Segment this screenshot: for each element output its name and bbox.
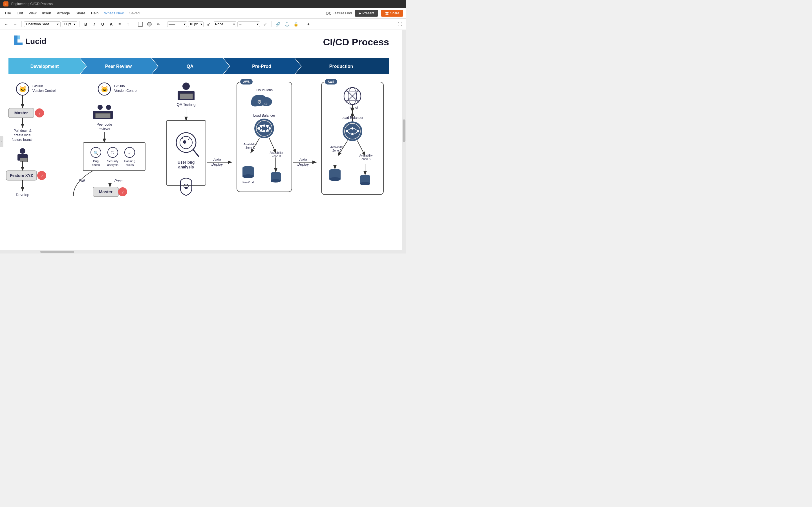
chevron-down-icon-3: ▾ bbox=[184, 22, 186, 26]
svg-text:check: check bbox=[92, 163, 100, 166]
svg-point-52 bbox=[106, 105, 111, 110]
svg-text:Production: Production bbox=[329, 64, 353, 69]
svg-text:🐱: 🐱 bbox=[101, 86, 109, 93]
svg-text:Availability: Availability bbox=[330, 146, 343, 149]
undo-button[interactable]: ← bbox=[2, 20, 10, 28]
menu-share[interactable]: Share bbox=[73, 10, 88, 16]
svg-point-79 bbox=[183, 82, 190, 90]
svg-text:Security: Security bbox=[107, 159, 118, 163]
svg-text:QA Testing: QA Testing bbox=[176, 102, 195, 107]
underline-button[interactable]: U bbox=[99, 20, 106, 28]
svg-point-154 bbox=[351, 133, 354, 135]
curve-button[interactable]: ↙ bbox=[205, 20, 213, 28]
feature-find-btn[interactable]: Feature Find bbox=[326, 11, 352, 15]
binoculars-icon bbox=[326, 11, 331, 15]
svg-text:🔍: 🔍 bbox=[94, 151, 99, 156]
svg-text:Master: Master bbox=[14, 110, 28, 115]
text-style-button[interactable]: T bbox=[124, 20, 132, 28]
diagram-title: CI/CD Process bbox=[323, 37, 389, 47]
link-button[interactable]: 🔗 bbox=[274, 20, 282, 28]
flip-button[interactable]: ⇄ bbox=[261, 20, 269, 28]
toolbar-divider-1 bbox=[21, 21, 22, 27]
menu-view[interactable]: View bbox=[26, 10, 39, 16]
svg-text:feature branch: feature branch bbox=[11, 138, 33, 142]
menu-saved[interactable]: Saved bbox=[127, 10, 142, 16]
menu-insert[interactable]: Insert bbox=[40, 10, 54, 16]
menu-arrange[interactable]: Arrange bbox=[55, 10, 72, 16]
toolbar-divider-2 bbox=[80, 21, 80, 27]
svg-text:User bug: User bug bbox=[177, 160, 195, 165]
svg-rect-10 bbox=[14, 43, 22, 45]
menu-edit[interactable]: Edit bbox=[14, 10, 25, 16]
svg-point-132 bbox=[271, 179, 281, 182]
svg-text:✓: ✓ bbox=[128, 151, 132, 155]
svg-text:⚙: ⚙ bbox=[257, 99, 262, 105]
svg-text:GitHub: GitHub bbox=[33, 84, 43, 88]
font-color-button[interactable]: A bbox=[107, 20, 115, 28]
svg-text:🐱: 🐱 bbox=[19, 86, 27, 93]
pen-button[interactable]: ✏ bbox=[154, 20, 162, 28]
font-size-selector[interactable]: 11 pt ▾ bbox=[62, 21, 77, 27]
shape-button[interactable] bbox=[137, 20, 144, 28]
chevron-down-icon-2: ▾ bbox=[73, 22, 75, 26]
svg-point-151 bbox=[343, 121, 362, 141]
share-button[interactable]: Share bbox=[381, 10, 403, 17]
none-selector[interactable]: None ▾ bbox=[214, 21, 236, 27]
menu-help[interactable]: Help bbox=[89, 10, 101, 16]
redo-button[interactable]: → bbox=[11, 20, 19, 28]
px-selector[interactable]: 10 px ▾ bbox=[188, 21, 204, 27]
svg-text:Load Balancer: Load Balancer bbox=[253, 114, 275, 117]
fullscreen-button[interactable]: ⛶ bbox=[396, 20, 404, 28]
svg-text:builds: builds bbox=[126, 163, 134, 166]
chevron-down-icon: ▾ bbox=[57, 22, 59, 26]
align-button[interactable]: ≡ bbox=[116, 20, 123, 28]
svg-rect-59 bbox=[83, 143, 145, 171]
diagram-svg: Lucid CI/CD Process Development Peer Rev… bbox=[0, 30, 406, 253]
svg-rect-3 bbox=[329, 12, 331, 14]
italic-button[interactable]: I bbox=[91, 20, 98, 28]
svg-point-173 bbox=[360, 182, 370, 185]
feature-find-label: Feature Find bbox=[333, 11, 352, 15]
scrollbar-bottom[interactable] bbox=[0, 250, 402, 253]
bold-button[interactable]: B bbox=[82, 20, 89, 28]
svg-text:Passing: Passing bbox=[124, 159, 135, 163]
toolbar: ← → Liberation Sans ▾ 11 pt ▾ B I U A ≡ … bbox=[0, 18, 406, 30]
arrow-selector[interactable]: → ▾ bbox=[238, 21, 260, 27]
chevron-down-icon-5: ▾ bbox=[233, 22, 235, 26]
chevron-down-icon-6: ▾ bbox=[257, 22, 259, 26]
svg-rect-39 bbox=[20, 158, 28, 162]
svg-text:Bug: Bug bbox=[93, 159, 99, 163]
anchor-button[interactable]: ⚓ bbox=[283, 20, 291, 28]
svg-text:Peer Review: Peer Review bbox=[105, 64, 132, 69]
menu-right-actions: Feature Find ▶ Present Share bbox=[326, 10, 403, 17]
svg-point-119 bbox=[269, 127, 271, 129]
svg-text:Load Balancer: Load Balancer bbox=[342, 116, 363, 120]
menu-file[interactable]: File bbox=[3, 10, 13, 16]
scrollbar-right[interactable] bbox=[402, 30, 406, 253]
svg-text:Zone A: Zone A bbox=[333, 149, 342, 152]
fill-button[interactable] bbox=[146, 20, 153, 28]
present-button[interactable]: ▶ Present bbox=[355, 10, 378, 17]
svg-text:Auto: Auto bbox=[213, 158, 221, 162]
menu-whats-new[interactable]: What's New bbox=[102, 10, 126, 16]
svg-text:AWS: AWS bbox=[328, 80, 335, 83]
lock-button[interactable]: 🔒 bbox=[292, 20, 300, 28]
svg-text:QA: QA bbox=[187, 64, 193, 69]
toolbar-divider-4 bbox=[165, 21, 165, 27]
line-style-selector[interactable]: —— ▾ bbox=[167, 21, 187, 27]
magic-button[interactable]: ✦ bbox=[305, 20, 312, 28]
chevron-down-icon-4: ▾ bbox=[200, 22, 202, 26]
menubar: File Edit View Insert Arrange Share Help… bbox=[0, 8, 406, 18]
svg-text:🛡: 🛡 bbox=[111, 151, 115, 155]
svg-rect-2 bbox=[326, 12, 328, 14]
svg-point-8 bbox=[147, 22, 151, 26]
scrollbar-bottom-thumb[interactable] bbox=[40, 251, 74, 253]
svg-text:L: L bbox=[5, 3, 6, 6]
font-family-selector[interactable]: Liberation Sans ▾ bbox=[24, 21, 61, 27]
scrollbar-right-thumb[interactable] bbox=[403, 119, 405, 142]
titlebar: L Engineering CI/CD Process bbox=[0, 0, 406, 8]
svg-text:reviews: reviews bbox=[99, 127, 110, 131]
svg-text:Availability: Availability bbox=[243, 143, 257, 146]
canvas[interactable]: › Lucid CI/CD Process Development Peer R… bbox=[0, 30, 406, 253]
svg-rect-96 bbox=[185, 187, 188, 189]
